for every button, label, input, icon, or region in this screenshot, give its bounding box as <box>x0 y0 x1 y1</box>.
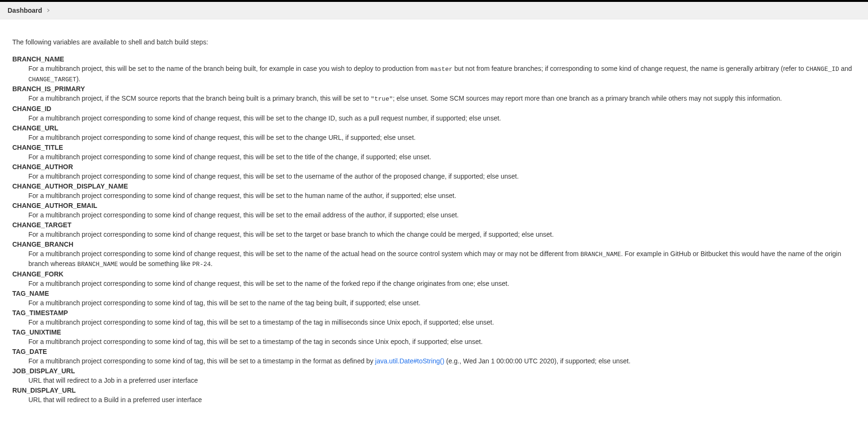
variable-description: URL that will redirect to a Build in a p… <box>28 395 856 405</box>
text-segment: For a multibranch project corresponding … <box>28 299 421 307</box>
text-segment: For a multibranch project corresponding … <box>28 280 509 287</box>
text-segment: (e.g., Wed Jan 1 00:00:00 UTC 2020), if … <box>444 357 631 365</box>
variable-description: For a multibranch project corresponding … <box>28 337 856 347</box>
variable-description: For a multibranch project corresponding … <box>28 152 856 162</box>
variable-description: For a multibranch project corresponding … <box>28 191 856 201</box>
text-segment: For a multibranch project corresponding … <box>28 134 416 141</box>
content-area: The following variables are available to… <box>0 19 868 415</box>
code-literal: master <box>430 66 453 73</box>
code-literal: CHANGE_TARGET <box>28 76 76 83</box>
variable-name: JOB_DISPLAY_URL <box>12 367 856 375</box>
text-segment: but not from feature branches; if corres… <box>453 65 806 72</box>
variable-description: For a multibranch project corresponding … <box>28 298 856 308</box>
variable-name: CHANGE_AUTHOR_EMAIL <box>12 202 856 209</box>
variable-name: TAG_UNIXTIME <box>12 328 856 336</box>
variable-name: CHANGE_ID <box>12 105 856 112</box>
variable-name: BRANCH_IS_PRIMARY <box>12 85 856 93</box>
text-segment: For a multibranch project corresponding … <box>28 250 580 258</box>
text-segment: For a multibranch project, this will be … <box>28 65 430 72</box>
text-segment: ). <box>76 75 80 83</box>
text-segment: For a multibranch project, if the SCM so… <box>28 95 371 102</box>
variable-name: TAG_TIMESTAMP <box>12 309 856 317</box>
intro-text: The following variables are available to… <box>12 38 856 46</box>
variable-name: CHANGE_AUTHOR_DISPLAY_NAME <box>12 182 856 190</box>
variable-name: BRANCH_NAME <box>12 55 856 63</box>
variable-description: For a multibranch project corresponding … <box>28 113 856 123</box>
text-segment: and <box>839 65 852 72</box>
text-segment: URL that will redirect to a Job in a pre… <box>28 377 198 384</box>
code-literal: BRANCH_NAME <box>580 251 621 258</box>
text-segment: For a multibranch project corresponding … <box>28 231 554 238</box>
code-literal: "true" <box>371 95 393 103</box>
doc-link[interactable]: java.util.Date#toString() <box>375 357 444 365</box>
variable-description: For a multibranch project corresponding … <box>28 230 856 240</box>
variable-description: URL that will redirect to a Job in a pre… <box>28 376 856 386</box>
variable-name: TAG_DATE <box>12 348 856 355</box>
breadcrumb-item-dashboard[interactable]: Dashboard <box>8 7 42 14</box>
breadcrumb: Dashboard <box>0 2 868 19</box>
text-segment: For a multibranch project corresponding … <box>28 114 501 122</box>
text-segment: For a multibranch project corresponding … <box>28 357 375 365</box>
variable-description: For a multibranch project, this will be … <box>28 64 856 84</box>
text-segment: . <box>211 260 213 267</box>
code-literal: CHANGE_ID <box>806 66 839 73</box>
variable-description: For a multibranch project corresponding … <box>28 318 856 327</box>
text-segment: ; else unset. Some SCM sources may repor… <box>393 95 782 102</box>
text-segment: For a multibranch project corresponding … <box>28 192 456 199</box>
variable-description: For a multibranch project, if the SCM so… <box>28 94 856 104</box>
code-literal: BRANCH_NAME <box>78 261 118 268</box>
variable-name: CHANGE_URL <box>12 124 856 132</box>
variable-name: RUN_DISPLAY_URL <box>12 387 856 394</box>
variable-name: CHANGE_TARGET <box>12 221 856 229</box>
text-segment: For a multibranch project corresponding … <box>28 211 459 219</box>
variables-list: BRANCH_NAMEFor a multibranch project, th… <box>12 55 856 405</box>
text-segment: URL that will redirect to a Build in a p… <box>28 396 202 404</box>
chevron-right-icon <box>46 8 51 13</box>
variable-description: For a multibranch project corresponding … <box>28 249 856 269</box>
variable-name: CHANGE_BRANCH <box>12 241 856 248</box>
text-segment: For a multibranch project corresponding … <box>28 338 482 345</box>
variable-name: CHANGE_TITLE <box>12 144 856 151</box>
text-segment: For a multibranch project corresponding … <box>28 153 431 161</box>
variable-description: For a multibranch project corresponding … <box>28 210 856 220</box>
text-segment: For a multibranch project corresponding … <box>28 172 519 180</box>
variable-description: For a multibranch project corresponding … <box>28 172 856 181</box>
text-segment: would be something like <box>118 260 192 267</box>
variable-name: TAG_NAME <box>12 290 856 297</box>
code-literal: PR-24 <box>193 261 211 268</box>
variable-description: For a multibranch project corresponding … <box>28 356 856 366</box>
variable-description: For a multibranch project corresponding … <box>28 279 856 289</box>
variable-name: CHANGE_AUTHOR <box>12 163 856 171</box>
variable-name: CHANGE_FORK <box>12 270 856 278</box>
variable-description: For a multibranch project corresponding … <box>28 133 856 143</box>
text-segment: For a multibranch project corresponding … <box>28 318 494 326</box>
